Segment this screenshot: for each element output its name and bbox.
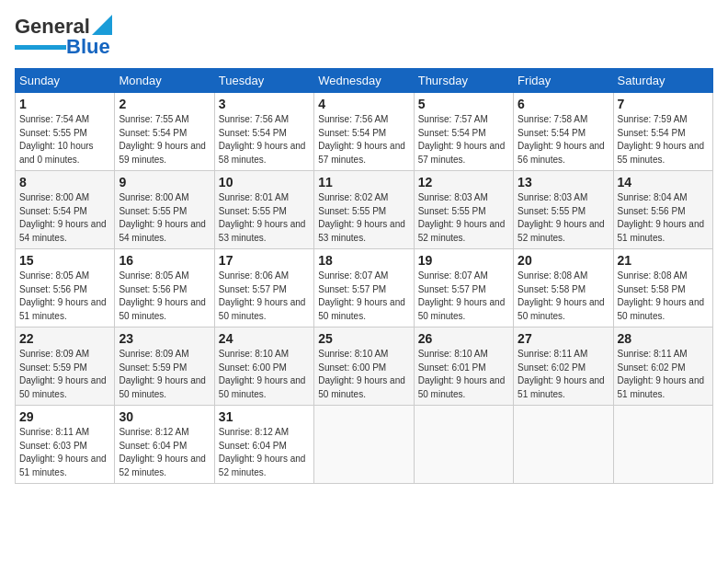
day-number: 6 [518,97,609,111]
week-row-3: 15Sunrise: 8:05 AMSunset: 5:56 PMDayligh… [16,249,713,327]
logo-triangle-icon [92,15,112,35]
calendar-cell: 14Sunrise: 8:04 AMSunset: 5:56 PMDayligh… [613,171,712,249]
day-info: Sunrise: 8:11 AMSunset: 6:03 PMDaylight:… [19,426,110,479]
svg-marker-0 [92,15,112,35]
day-number: 18 [318,253,409,268]
day-info: Sunrise: 8:08 AMSunset: 5:58 PMDaylight:… [618,270,709,323]
calendar-cell: 9Sunrise: 8:00 AMSunset: 5:55 PMDaylight… [115,171,214,249]
day-info: Sunrise: 8:07 AMSunset: 5:57 PMDaylight:… [418,270,509,323]
calendar-cell: 11Sunrise: 8:02 AMSunset: 5:55 PMDayligh… [314,171,414,249]
calendar-cell: 29Sunrise: 8:11 AMSunset: 6:03 PMDayligh… [16,406,115,484]
day-info: Sunrise: 8:04 AMSunset: 5:56 PMDaylight:… [618,191,709,245]
calendar-cell: 25Sunrise: 8:10 AMSunset: 6:00 PMDayligh… [314,327,414,406]
calendar-cell: 21Sunrise: 8:08 AMSunset: 5:58 PMDayligh… [613,249,712,327]
calendar-cell: 6Sunrise: 7:58 AMSunset: 5:54 PMDaylight… [514,93,613,171]
calendar-cell [613,406,712,484]
day-info: Sunrise: 8:12 AMSunset: 6:04 PMDaylight:… [119,426,210,479]
day-header-tuesday: Tuesday [214,69,313,93]
day-number: 19 [418,253,509,268]
day-number: 21 [618,253,709,268]
header: General Blue [15,15,713,59]
day-info: Sunrise: 8:07 AMSunset: 5:57 PMDaylight:… [318,270,409,323]
calendar-cell: 28Sunrise: 8:11 AMSunset: 6:02 PMDayligh… [613,327,712,406]
day-info: Sunrise: 7:59 AMSunset: 5:54 PMDaylight:… [618,113,709,167]
day-header-sunday: Sunday [16,69,115,93]
calendar-cell [514,406,613,484]
day-number: 20 [518,253,609,268]
calendar-table: SundayMondayTuesdayWednesdayThursdayFrid… [15,68,713,484]
day-info: Sunrise: 8:05 AMSunset: 5:56 PMDaylight:… [119,270,210,323]
day-info: Sunrise: 8:12 AMSunset: 6:04 PMDaylight:… [219,426,310,479]
day-number: 31 [219,409,310,424]
calendar-cell: 2Sunrise: 7:55 AMSunset: 5:54 PMDaylight… [115,93,214,171]
day-info: Sunrise: 8:10 AMSunset: 6:01 PMDaylight:… [418,348,509,401]
calendar-cell: 7Sunrise: 7:59 AMSunset: 5:54 PMDaylight… [613,93,712,171]
day-info: Sunrise: 8:00 AMSunset: 5:54 PMDaylight:… [19,191,110,245]
calendar-cell: 8Sunrise: 8:00 AMSunset: 5:54 PMDaylight… [16,171,115,249]
calendar-cell: 13Sunrise: 8:03 AMSunset: 5:55 PMDayligh… [514,171,613,249]
day-number: 30 [119,409,210,424]
day-info: Sunrise: 8:01 AMSunset: 5:55 PMDaylight:… [219,191,310,245]
day-number: 25 [318,331,409,346]
day-number: 4 [318,97,409,111]
day-info: Sunrise: 8:10 AMSunset: 6:00 PMDaylight:… [318,348,409,401]
calendar-cell: 10Sunrise: 8:01 AMSunset: 5:55 PMDayligh… [214,171,313,249]
day-header-monday: Monday [115,69,214,93]
calendar-cell: 4Sunrise: 7:56 AMSunset: 5:54 PMDaylight… [314,93,414,171]
day-info: Sunrise: 8:11 AMSunset: 6:02 PMDaylight:… [518,348,609,401]
calendar-cell: 30Sunrise: 8:12 AMSunset: 6:04 PMDayligh… [115,406,214,484]
calendar-cell: 5Sunrise: 7:57 AMSunset: 5:54 PMDaylight… [414,93,513,171]
calendar-cell: 19Sunrise: 8:07 AMSunset: 5:57 PMDayligh… [414,249,513,327]
calendar-cell: 17Sunrise: 8:06 AMSunset: 5:57 PMDayligh… [214,249,313,327]
day-number: 3 [219,97,310,111]
day-number: 2 [119,97,210,111]
day-number: 7 [618,97,709,111]
day-number: 23 [119,331,210,346]
day-number: 24 [219,331,310,346]
calendar-cell: 23Sunrise: 8:09 AMSunset: 5:59 PMDayligh… [115,327,214,406]
calendar-cell: 20Sunrise: 8:08 AMSunset: 5:58 PMDayligh… [514,249,613,327]
day-number: 1 [19,97,110,111]
day-info: Sunrise: 8:11 AMSunset: 6:02 PMDaylight:… [618,348,709,401]
day-info: Sunrise: 8:08 AMSunset: 5:58 PMDaylight:… [518,270,609,323]
day-number: 9 [119,175,210,190]
day-header-friday: Friday [514,69,613,93]
calendar-cell: 1Sunrise: 7:54 AMSunset: 5:55 PMDaylight… [16,93,115,171]
calendar-cell: 24Sunrise: 8:10 AMSunset: 6:00 PMDayligh… [214,327,313,406]
day-number: 22 [19,331,110,346]
day-info: Sunrise: 8:10 AMSunset: 6:00 PMDaylight:… [219,348,310,401]
day-info: Sunrise: 7:55 AMSunset: 5:54 PMDaylight:… [119,113,210,167]
day-info: Sunrise: 8:05 AMSunset: 5:56 PMDaylight:… [19,270,110,323]
day-headers-row: SundayMondayTuesdayWednesdayThursdayFrid… [16,69,713,93]
day-number: 12 [418,175,509,190]
day-info: Sunrise: 8:02 AMSunset: 5:55 PMDaylight:… [318,191,409,245]
day-info: Sunrise: 7:56 AMSunset: 5:54 PMDaylight:… [219,113,310,167]
day-number: 17 [219,253,310,268]
logo-text-blue: Blue [66,35,110,59]
day-number: 29 [19,409,110,424]
day-info: Sunrise: 7:54 AMSunset: 5:55 PMDaylight:… [19,113,110,167]
week-row-4: 22Sunrise: 8:09 AMSunset: 5:59 PMDayligh… [16,327,713,406]
calendar-cell: 26Sunrise: 8:10 AMSunset: 6:01 PMDayligh… [414,327,513,406]
day-number: 10 [219,175,310,190]
day-header-saturday: Saturday [613,69,712,93]
calendar-cell: 12Sunrise: 8:03 AMSunset: 5:55 PMDayligh… [414,171,513,249]
day-info: Sunrise: 8:00 AMSunset: 5:55 PMDaylight:… [119,191,210,245]
logo-blue-bar [15,45,66,50]
day-number: 26 [418,331,509,346]
day-info: Sunrise: 8:03 AMSunset: 5:55 PMDaylight:… [418,191,509,245]
day-info: Sunrise: 8:03 AMSunset: 5:55 PMDaylight:… [518,191,609,245]
main-container: General Blue SundayMondayTuesdayWednesda… [0,0,728,491]
day-number: 8 [19,175,110,190]
day-header-thursday: Thursday [414,69,513,93]
day-info: Sunrise: 8:09 AMSunset: 5:59 PMDaylight:… [19,348,110,401]
week-row-5: 29Sunrise: 8:11 AMSunset: 6:03 PMDayligh… [16,406,713,484]
day-info: Sunrise: 7:58 AMSunset: 5:54 PMDaylight:… [518,113,609,167]
day-info: Sunrise: 8:09 AMSunset: 5:59 PMDaylight:… [119,348,210,401]
day-number: 27 [518,331,609,346]
calendar-cell: 18Sunrise: 8:07 AMSunset: 5:57 PMDayligh… [314,249,414,327]
day-info: Sunrise: 7:56 AMSunset: 5:54 PMDaylight:… [318,113,409,167]
logo: General Blue [15,15,112,59]
calendar-body: 1Sunrise: 7:54 AMSunset: 5:55 PMDaylight… [16,93,713,484]
day-number: 13 [518,175,609,190]
